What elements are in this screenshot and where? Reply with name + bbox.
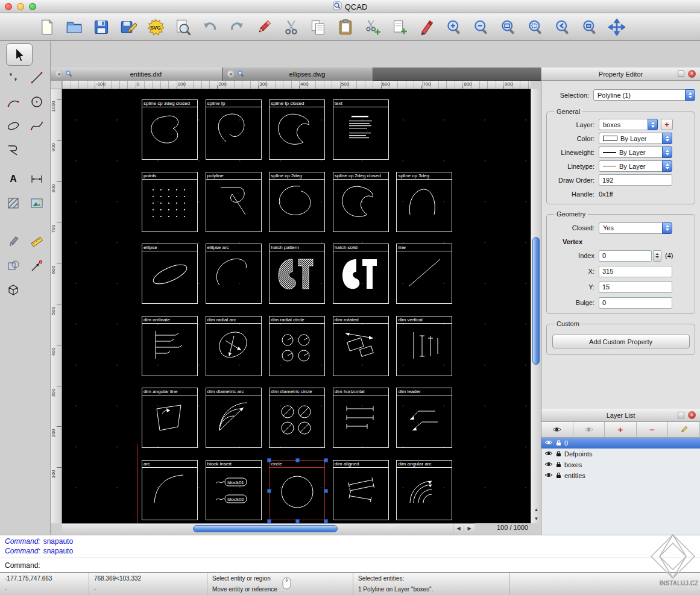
entity-dim-diametric-circle[interactable]: dim diametric circle	[269, 388, 325, 448]
entity-spline-cp-3deg[interactable]: spline cp 3deg	[396, 172, 452, 232]
entity-hatch-solid[interactable]: hatch solid	[333, 244, 389, 304]
entity-spline-fp[interactable]: spline fp	[206, 99, 262, 160]
vertex-y-input[interactable]: 15	[599, 282, 672, 293]
entity-dim-rotated[interactable]: dim rotated	[333, 316, 389, 376]
auto-zoom-button[interactable]	[499, 17, 518, 37]
entity-arc[interactable]: arc	[142, 460, 198, 520]
point-tool[interactable]	[3, 68, 24, 88]
layer-visibility-icon[interactable]	[544, 450, 553, 458]
entity-dim-diametric-arc[interactable]: dim diametric arc	[206, 388, 262, 448]
entity-ellipse[interactable]: ellipse	[142, 244, 198, 304]
shape-tool[interactable]	[3, 256, 24, 276]
print-preview-button[interactable]	[173, 17, 192, 37]
undo-button[interactable]	[200, 17, 219, 37]
layer-lock-icon[interactable]	[556, 439, 561, 447]
entity-spline-fp-closed[interactable]: spline fp closed	[269, 99, 325, 160]
layer-visibility-icon[interactable]	[544, 472, 553, 479]
entity-circle[interactable]: circle	[269, 460, 325, 520]
add-layer-button[interactable]: +	[661, 119, 673, 130]
layer-row-entities[interactable]: entities	[541, 470, 700, 481]
closed-combo[interactable]: Yes	[599, 222, 672, 234]
close-layer-list-button[interactable]: ×	[688, 411, 696, 419]
scroll-up-button[interactable]: ▲	[531, 505, 541, 514]
layer-row-Defpoints[interactable]: Defpoints	[541, 449, 700, 459]
selection-handle[interactable]	[295, 519, 300, 523]
vertex-index-spinner[interactable]	[653, 250, 661, 262]
hide-all-layers-button[interactable]	[573, 422, 605, 437]
entity-dim-ordinate[interactable]: dim ordinate	[142, 316, 198, 376]
image-tool[interactable]	[27, 193, 47, 213]
layer-row-boxes[interactable]: boxes	[541, 459, 700, 470]
show-all-layers-button[interactable]	[541, 422, 573, 437]
ellipse-tool[interactable]	[3, 116, 24, 136]
vertical-scrollbar-thumb[interactable]	[532, 237, 540, 365]
circle-tool[interactable]	[27, 92, 47, 112]
entity-line[interactable]: line	[396, 244, 452, 304]
snap-tool[interactable]	[27, 256, 47, 276]
dimension-tool[interactable]	[27, 169, 47, 189]
selection-handle[interactable]	[295, 458, 300, 462]
selection-handle[interactable]	[267, 489, 271, 493]
vertex-x-input[interactable]: 315	[599, 266, 672, 277]
close-tab-button[interactable]: ×	[227, 71, 235, 78]
entity-dim-angular-line[interactable]: dim angular line	[142, 388, 198, 448]
add-custom-property-button[interactable]: Add Custom Property	[552, 335, 690, 348]
vertical-scrollbar[interactable]: ▲ ▼	[531, 89, 541, 523]
save-drawing-button[interactable]	[92, 17, 111, 37]
zoom-out-button[interactable]	[471, 17, 491, 37]
arc-tool[interactable]	[3, 92, 24, 112]
solid-tool[interactable]	[3, 280, 24, 300]
vertex-index-input[interactable]: 0	[599, 250, 652, 262]
scroll-right-button[interactable]: ▶	[464, 524, 475, 534]
layer-visibility-icon[interactable]	[544, 461, 553, 468]
linetype-combo[interactable]: By Layer	[599, 160, 672, 172]
close-property-editor-button[interactable]: ×	[688, 70, 696, 78]
copy-button[interactable]	[309, 17, 328, 37]
entity-dim-vertical[interactable]: dim vertical	[396, 316, 452, 376]
previous-view-button[interactable]	[553, 17, 572, 37]
add-layer-button[interactable]: +	[605, 422, 637, 437]
entity-spline-cp-2deg[interactable]: spline cp 2deg	[269, 172, 325, 232]
cut-with-reference-button[interactable]	[363, 17, 382, 37]
draw-pen-button[interactable]	[417, 17, 437, 37]
zoom-in-button[interactable]	[444, 17, 464, 37]
entity-dim-horizontal[interactable]: dim horizontal	[333, 388, 389, 448]
measure-tool[interactable]	[27, 231, 47, 252]
modify-tool[interactable]	[3, 231, 24, 252]
drawing-canvas[interactable]: spline cp 3deg closedspline fpspline fp …	[62, 89, 531, 523]
spline-tool[interactable]	[27, 116, 47, 136]
horizontal-scrollbar-thumb[interactable]	[193, 525, 338, 532]
undock-property-editor-button[interactable]	[678, 71, 684, 77]
layer-lock-icon[interactable]	[556, 461, 561, 469]
entity-text[interactable]: text	[333, 99, 389, 160]
entity-dim-radial-arc[interactable]: dim radial arc	[206, 316, 262, 376]
paste-button[interactable]	[336, 17, 355, 37]
selection-tool[interactable]	[6, 43, 33, 66]
horizontal-scrollbar[interactable]	[62, 523, 453, 534]
pan-button[interactable]	[607, 17, 626, 37]
bulge-input[interactable]: 0	[599, 297, 672, 309]
svg-export-button[interactable]: SVG	[146, 17, 165, 37]
layer-row-0[interactable]: 0	[541, 438, 700, 449]
text-tool[interactable]: A	[3, 169, 24, 189]
line-tool[interactable]	[27, 68, 47, 88]
entity-spline-cp-2deg-closed[interactable]: spline cp 2deg closed	[333, 172, 389, 232]
layer-combo[interactable]: boxes	[599, 119, 658, 130]
selection-handle[interactable]	[267, 519, 271, 523]
new-drawing-button[interactable]	[37, 17, 57, 37]
entity-dim-aligned[interactable]: dim aligned	[333, 460, 389, 520]
layer-lock-icon[interactable]	[556, 450, 561, 458]
entity-dim-angular-arc[interactable]: dim angular arc	[396, 460, 452, 520]
command-prompt-row[interactable]: Command:	[0, 558, 700, 572]
save-drawing-as-button[interactable]	[119, 17, 138, 37]
entity-dim-leader[interactable]: dim leader	[396, 388, 452, 448]
selection-handle[interactable]	[324, 519, 328, 523]
selection-handle[interactable]	[324, 458, 328, 462]
redo-button[interactable]	[227, 17, 247, 37]
lineweight-combo[interactable]: By Layer	[599, 146, 672, 158]
entity-dim-radial-circle[interactable]: dim radial circle	[269, 316, 325, 376]
zoom-redraw-button[interactable]	[526, 17, 545, 37]
erase-button[interactable]	[254, 17, 274, 37]
selection-combo[interactable]: Polyline (1)	[593, 89, 695, 101]
draw-order-input[interactable]: 192	[599, 174, 672, 186]
